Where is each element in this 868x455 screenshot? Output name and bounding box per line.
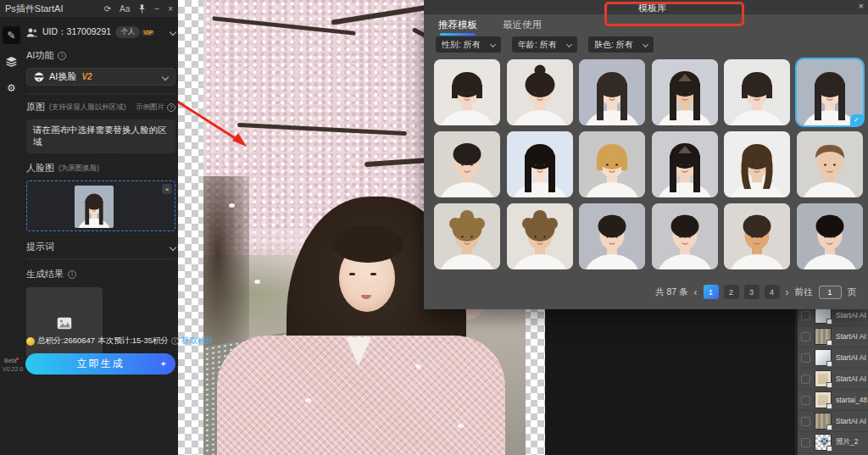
layer-visibility-toggle[interactable] <box>801 438 810 447</box>
canvas-instruction: 请在画布中选择需要替换人脸的区域 <box>26 119 175 153</box>
layer-row[interactable]: StartAI AI <box>798 411 868 432</box>
template-face-18[interactable] <box>797 203 863 269</box>
annotation-red-box <box>604 2 744 26</box>
template-face-1[interactable] <box>434 59 500 125</box>
remove-face-icon[interactable]: × <box>162 184 172 194</box>
uid-value: UID：317009291 <box>42 26 111 38</box>
prev-page-icon[interactable]: ‹ <box>694 286 698 298</box>
prompt-section[interactable]: 提示词 <box>26 241 175 253</box>
woman-eye <box>349 273 355 275</box>
template-face-12[interactable] <box>797 131 863 197</box>
layers-stack-icon[interactable] <box>3 53 20 70</box>
template-face-10[interactable] <box>652 131 718 197</box>
template-face-3[interactable] <box>579 59 645 125</box>
app-root: StartAI AI StartAI AI StartAI AI StartAI… <box>0 0 868 455</box>
layer-visibility-toggle[interactable] <box>801 396 810 405</box>
woman-bangs <box>332 225 403 263</box>
goto-page-input[interactable] <box>819 286 842 299</box>
text-tool-icon[interactable]: Aa <box>120 5 130 14</box>
close-icon[interactable]: × <box>859 1 864 11</box>
info-icon[interactable]: i <box>58 52 66 60</box>
original-hint: (支持保留人脸以外区域) <box>49 103 126 113</box>
template-face-9[interactable] <box>579 131 645 197</box>
layer-visibility-toggle[interactable] <box>801 332 810 341</box>
face-image-hint: (为原图换脸) <box>58 164 99 174</box>
layer-name: StartAI AI <box>836 417 866 425</box>
minimize-icon[interactable]: − <box>154 5 159 14</box>
layer-visibility-toggle[interactable] <box>801 353 810 363</box>
template-face-16[interactable] <box>652 203 718 269</box>
get-credits-link[interactable]: 获取积分 <box>181 336 214 347</box>
template-face-15[interactable] <box>579 203 645 269</box>
face-image-thumbnail[interactable] <box>75 186 114 228</box>
page-button-1[interactable]: 1 <box>704 285 719 299</box>
plugin-titlebar: Ps插件StartAI ⟳ Aa − × <box>0 0 178 19</box>
smart-object-badge <box>826 319 832 325</box>
layer-visibility-toggle[interactable] <box>801 311 810 320</box>
result-placeholder <box>26 287 103 358</box>
info-icon[interactable]: i <box>171 337 179 345</box>
close-icon[interactable]: × <box>168 5 173 14</box>
pin-icon[interactable] <box>138 4 146 14</box>
question-icon[interactable]: ? <box>167 103 175 112</box>
template-face-11[interactable] <box>724 131 790 197</box>
vip-badge: VIP <box>142 30 154 36</box>
info-icon[interactable]: i <box>68 270 76 279</box>
layer-thumbnail[interactable] <box>815 434 832 451</box>
face-image-dropzone[interactable]: × <box>26 180 175 231</box>
page-button-3[interactable]: 3 <box>744 285 760 299</box>
chevron-down-icon[interactable] <box>170 29 176 36</box>
smart-object-badge <box>826 361 832 367</box>
layer-thumbnail[interactable] <box>815 391 832 408</box>
layer-visibility-toggle[interactable] <box>801 375 810 384</box>
template-face-6[interactable]: ✓ <box>797 59 863 125</box>
skin-filter[interactable]: 肤色: 所有 <box>588 36 654 53</box>
layer-visibility-toggle[interactable] <box>801 417 810 426</box>
template-filters: 性别: 所有 年龄: 所有 肤色: 所有 <box>436 36 654 53</box>
template-face-14[interactable] <box>507 203 573 269</box>
template-face-4[interactable] <box>652 59 718 125</box>
layer-row[interactable]: 照片_2 <box>798 432 868 453</box>
mode-name: AI换脸 <box>49 70 76 83</box>
page-button-4[interactable]: 4 <box>765 285 780 299</box>
plugin-left-rail: ✎ ⚙ <box>0 20 23 455</box>
layer-thumbnail[interactable] <box>815 413 832 430</box>
coin-icon <box>26 337 35 346</box>
layer-thumbnail[interactable] <box>815 328 832 345</box>
template-face-7[interactable] <box>434 131 500 197</box>
template-face-17[interactable] <box>724 203 790 269</box>
age-filter[interactable]: 年龄: 所有 <box>512 36 577 53</box>
layer-row[interactable]: StartAI AI <box>798 347 868 369</box>
users-icon <box>26 28 38 37</box>
page-unit-label: 页 <box>848 286 857 298</box>
template-face-13[interactable] <box>434 203 500 269</box>
page-button-2[interactable]: 2 <box>724 285 739 299</box>
credits-estimate: 本次预计:15-35积分 <box>97 336 169 347</box>
woman-eye <box>370 273 376 275</box>
layer-row[interactable]: StartAI AI <box>798 326 868 347</box>
generate-button[interactable]: 立即生成 ✦ <box>25 353 175 375</box>
next-page-icon[interactable]: › <box>786 286 789 298</box>
smart-object-badge <box>826 340 832 346</box>
template-face-8[interactable] <box>507 131 573 197</box>
layer-row[interactable]: StartAI AI <box>798 369 868 390</box>
smart-object-badge <box>826 424 832 430</box>
ai-mode-select[interactable]: AI换脸 V2 <box>26 68 175 86</box>
template-face-2[interactable] <box>507 59 573 125</box>
refresh-icon[interactable]: ⟳ <box>104 5 111 14</box>
layer-thumbnail[interactable] <box>815 349 832 366</box>
tab-recommended[interactable]: 推荐模板 <box>438 19 477 35</box>
template-face-5[interactable] <box>724 59 790 125</box>
layer-thumbnail[interactable] <box>815 307 832 324</box>
layer-row[interactable]: startai_48 <box>798 390 868 411</box>
tab-recent[interactable]: 最近使用 <box>503 19 542 35</box>
layer-name: startai_48 <box>836 396 867 404</box>
pen-tool-icon[interactable]: ✎ <box>3 26 20 44</box>
mode-version: V2 <box>81 72 92 81</box>
gender-filter[interactable]: 性别: 所有 <box>436 36 501 53</box>
gear-icon[interactable]: ⚙ <box>3 79 20 97</box>
plugin-title: Ps插件StartAI <box>5 3 63 15</box>
sample-images-link[interactable]: 示例图片 <box>136 103 164 113</box>
layer-thumbnail[interactable] <box>815 370 832 387</box>
credits-total: 总积分:2660647 <box>37 336 95 347</box>
